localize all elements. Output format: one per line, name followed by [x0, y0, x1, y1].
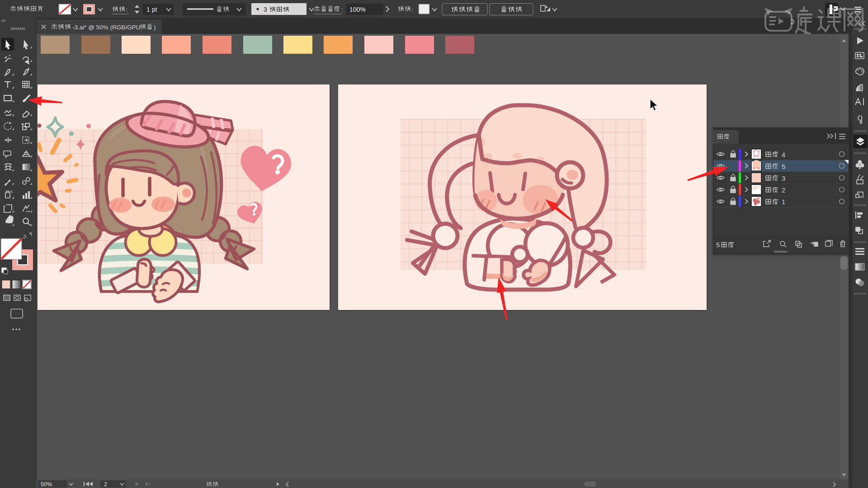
svg-text:3: 3 — [264, 6, 267, 13]
svg-text:3: 3 — [782, 175, 785, 182]
svg-text:2: 2 — [782, 187, 785, 194]
svg-text:100%: 100% — [349, 6, 366, 13]
svg-text:1: 1 — [782, 198, 785, 206]
svg-text::: : — [412, 6, 414, 13]
svg-text::: : — [341, 6, 343, 13]
svg-text:5: 5 — [716, 241, 720, 249]
svg-text:2: 2 — [104, 481, 107, 488]
svg-text:4: 4 — [782, 151, 785, 159]
svg-text:-3.ai* @ 50% (RGB/GPU: -3.ai* @ 50% (RGB/GPU — [72, 24, 140, 31]
svg-text:): ) — [154, 24, 156, 31]
svg-text:50%: 50% — [41, 481, 52, 488]
svg-text::: : — [126, 6, 128, 13]
svg-text:1 pt: 1 pt — [146, 6, 157, 13]
svg-text:5: 5 — [782, 163, 785, 170]
